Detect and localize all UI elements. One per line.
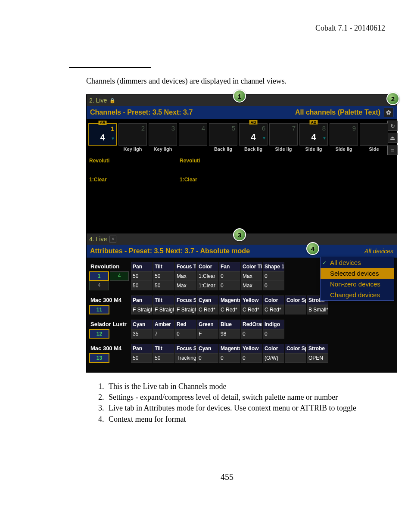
attr-header: Color Sp bbox=[285, 344, 306, 353]
gear-icon[interactable]: ✿ bbox=[384, 108, 393, 117]
channel-cell[interactable]: 7 bbox=[269, 123, 298, 146]
channel-cell[interactable]: 5 bbox=[209, 123, 237, 146]
channels-area: ↻ ⏏ ≡ AB14▼2345AB64▼7AB84▼9 Key lighKey … bbox=[87, 119, 397, 233]
channel-level bbox=[360, 132, 388, 144]
badge-3: 3 bbox=[233, 228, 246, 241]
attr-header: Fan bbox=[219, 262, 240, 271]
attributes-title: Attributes - Preset: 3.5 Next: 3.7 - Abs… bbox=[90, 247, 250, 255]
channel-number: 2 bbox=[119, 124, 146, 132]
attr-id-box[interactable]: 4 bbox=[89, 281, 131, 290]
channel-cell[interactable]: AB64▼ bbox=[239, 123, 268, 146]
context-menu-item[interactable]: Non-zero devices bbox=[321, 279, 394, 289]
channel-cell[interactable]: 2 bbox=[118, 123, 147, 146]
chevron-down-icon: ▼ bbox=[322, 136, 327, 140]
channel-type bbox=[239, 158, 268, 166]
attr-id-box[interactable]: 12 bbox=[89, 329, 131, 339]
page-number: 455 bbox=[69, 472, 385, 482]
attr-value: C Red* bbox=[241, 305, 262, 314]
channel-cell[interactable]: AB14▼ bbox=[88, 123, 117, 146]
format-context-menu[interactable]: ✓All devicesSelected devicesNon-zero dev… bbox=[320, 257, 394, 301]
tab-live-2[interactable]: 2. Live 🔒 bbox=[89, 97, 115, 104]
note-item: Settings - expand/compress level of deta… bbox=[106, 392, 385, 403]
attr-id-box[interactable]: 13 bbox=[89, 353, 131, 363]
channels-title-left: Channels - Preset: 3.5 Next: 3.7 bbox=[90, 109, 193, 116]
menu-icon[interactable]: ≡ bbox=[387, 145, 398, 155]
channel-type bbox=[149, 158, 177, 166]
channel-cell[interactable] bbox=[360, 123, 388, 146]
attr-id-pill[interactable]: 1 bbox=[89, 271, 109, 281]
tab-live-4[interactable]: 4. Live × bbox=[89, 236, 116, 243]
attr-value: 0 bbox=[263, 271, 284, 281]
attr-value: 0 bbox=[263, 329, 284, 339]
attr-group-name: Selador Lustr bbox=[89, 320, 131, 329]
attr-id-box[interactable]: 11 bbox=[89, 305, 131, 314]
channel-cell[interactable]: 4 bbox=[179, 123, 207, 146]
channel-level bbox=[209, 132, 237, 144]
attr-header: Color bbox=[197, 262, 218, 271]
refresh-icon[interactable]: ↻ bbox=[387, 121, 398, 131]
channel-label bbox=[88, 146, 117, 154]
attr-id-pill[interactable]: 4 bbox=[89, 281, 109, 290]
channel-extra bbox=[239, 177, 268, 185]
channel-type bbox=[209, 158, 237, 166]
attr-header: Red bbox=[175, 320, 196, 329]
section-rule bbox=[69, 67, 151, 68]
channel-label: Key ligh bbox=[149, 146, 177, 154]
attr-value: 0 bbox=[197, 353, 218, 363]
attr-header: Color bbox=[263, 344, 284, 353]
attr-header: Yellow bbox=[241, 296, 262, 305]
attr-id-pill[interactable]: 4 bbox=[110, 271, 129, 281]
attr-header: RedOran bbox=[241, 320, 262, 329]
channel-extra: 1:Clear bbox=[88, 177, 117, 185]
attr-header: Amber bbox=[153, 320, 174, 329]
eject-icon[interactable]: ⏏ bbox=[387, 133, 398, 143]
context-menu-item[interactable]: Changed devices bbox=[321, 289, 394, 300]
attr-header: Magenta bbox=[219, 296, 240, 305]
attr-header: Shape 1: bbox=[263, 262, 284, 271]
attr-header: Pan bbox=[131, 262, 153, 271]
attr-value bbox=[285, 305, 306, 314]
side-icons: ↻ ⏏ ≡ bbox=[387, 121, 398, 155]
attr-header: Color Ti bbox=[241, 262, 262, 271]
attr-value: F Straigh bbox=[175, 305, 196, 314]
channel-cell[interactable]: 9 bbox=[330, 123, 358, 146]
attr-value: B Small* bbox=[307, 305, 328, 314]
attr-value: 1:Clear bbox=[197, 271, 218, 281]
channel-extra bbox=[330, 177, 358, 185]
attr-group-name: Revolution bbox=[89, 262, 131, 271]
context-menu-item[interactable]: Selected devices bbox=[321, 268, 394, 279]
attr-group: Mac 300 M4PanTiltFocus SpCyanMagentaYell… bbox=[89, 344, 394, 363]
channel-cell[interactable]: AB84▼ bbox=[299, 123, 328, 146]
attr-header: Pan bbox=[131, 344, 153, 353]
attr-id-pill[interactable]: 12 bbox=[89, 329, 109, 339]
channel-number bbox=[360, 124, 388, 132]
channel-extra: 1:Clear bbox=[179, 177, 207, 185]
channel-level bbox=[179, 132, 207, 144]
channel-cell[interactable]: 3 bbox=[149, 123, 177, 146]
channel-label bbox=[179, 146, 207, 154]
attr-header: Green bbox=[197, 320, 218, 329]
context-menu-label: Changed devices bbox=[330, 291, 380, 299]
channel-ab-badge: AB bbox=[99, 121, 107, 125]
attr-group: Selador LustrCyanAmberRedGreenBlueRedOra… bbox=[89, 320, 394, 339]
channel-number: 4 bbox=[179, 124, 207, 132]
attr-header: Pan bbox=[131, 296, 153, 305]
attr-id-pill[interactable]: 13 bbox=[89, 353, 109, 363]
attr-group-name: Mac 300 M4 bbox=[89, 296, 131, 305]
attr-value: 1:Clear bbox=[197, 281, 218, 290]
context-menu-item[interactable]: ✓All devices bbox=[321, 257, 394, 268]
close-icon[interactable]: × bbox=[109, 236, 116, 243]
attr-id-box[interactable]: 14 bbox=[89, 271, 131, 281]
attr-value: C Red* bbox=[197, 305, 218, 314]
channels-title-bar: Channels - Preset: 3.5 Next: 3.7 All cha… bbox=[87, 106, 397, 119]
attr-value: 7 bbox=[153, 329, 174, 339]
attr-header: Strobe bbox=[307, 344, 328, 353]
attr-id-pill[interactable]: 11 bbox=[89, 305, 109, 314]
channel-number: 8 bbox=[300, 124, 327, 132]
channel-ab-badge: AB bbox=[249, 120, 258, 124]
lock-icon: 🔒 bbox=[109, 97, 115, 103]
channel-type bbox=[269, 158, 298, 166]
channel-extra bbox=[360, 177, 388, 185]
channel-extra bbox=[118, 177, 147, 185]
doc-header: Cobalt 7.1 - 20140612 bbox=[69, 24, 385, 33]
